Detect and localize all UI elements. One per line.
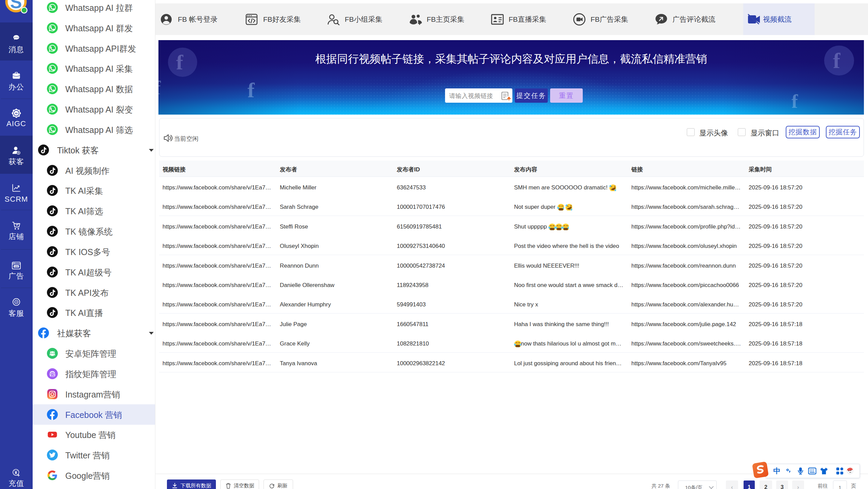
- svg-text:中: 中: [773, 467, 781, 475]
- svg-text:AI: AI: [15, 301, 17, 303]
- svg-text:AI: AI: [15, 112, 18, 115]
- svg-text:S: S: [10, 0, 22, 12]
- svg-text:ADS: ADS: [14, 266, 18, 268]
